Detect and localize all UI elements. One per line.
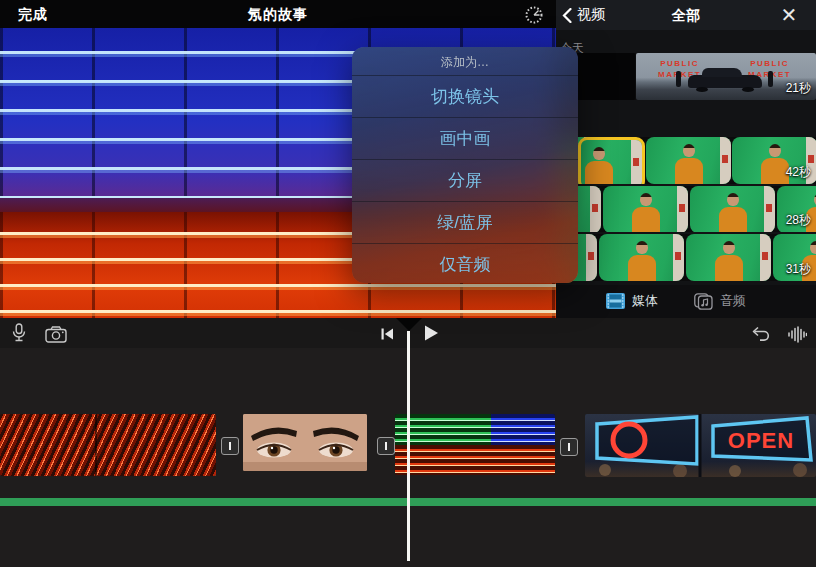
- clip-duration: 21秒: [786, 80, 811, 97]
- undo-icon[interactable]: [749, 323, 771, 345]
- menu-item-green-blue-screen[interactable]: 绿/蓝屏: [352, 201, 578, 243]
- tab-audio-label: 音频: [720, 292, 746, 310]
- menu-item-picture-in-picture[interactable]: 画中画: [352, 117, 578, 159]
- filmstrip-icon: [606, 293, 625, 309]
- imovie-app: 氖的故事 完成 添加为… 切换镜头 画中画 分屏 绿/蓝屏 仅音频 视频 全部 …: [0, 0, 816, 567]
- panel-header: 视频 全部 ✕: [556, 0, 816, 30]
- thumbnail-dark-frame: [576, 53, 635, 100]
- playhead-notch: [396, 318, 422, 331]
- menu-item-split-screen[interactable]: 分屏: [352, 159, 578, 201]
- music-note-icon: [694, 293, 713, 310]
- microphone-icon[interactable]: [8, 322, 30, 344]
- page-title: 氖的故事: [0, 6, 556, 24]
- transition-button[interactable]: [221, 437, 239, 455]
- rgb-neon-tubes-clip[interactable]: [395, 414, 555, 475]
- playhead-line: [407, 331, 410, 561]
- close-icon[interactable]: ✕: [776, 2, 802, 28]
- menu-item-audio-only[interactable]: 仅音频: [352, 243, 578, 283]
- clip-duration: 31秒: [786, 261, 811, 278]
- video-row-green-screen-2[interactable]: 28秒: [556, 186, 816, 232]
- pedestrian-silhouette: [768, 71, 773, 87]
- eyes-closeup-clip[interactable]: [243, 414, 367, 471]
- tab-audio[interactable]: 音频: [694, 292, 746, 310]
- video-row-green-screen-1[interactable]: 42秒: [556, 137, 816, 184]
- open-sign-text: OPEN: [728, 428, 794, 453]
- clip-duration: 42秒: [786, 164, 811, 181]
- play-icon[interactable]: [420, 322, 442, 344]
- video-row-public-market[interactable]: PUBLIC MARKET PUBLIC MARKET 21秒: [556, 53, 816, 100]
- tab-media-label: 媒体: [632, 292, 658, 310]
- selected-thumbnail[interactable]: [578, 137, 645, 184]
- car-silhouette: [688, 75, 762, 88]
- popup-header: 添加为…: [352, 47, 578, 75]
- waveform-icon[interactable]: [786, 323, 808, 345]
- transition-button[interactable]: [560, 438, 578, 456]
- camera-icon[interactable]: [45, 323, 67, 345]
- tab-media[interactable]: 媒体: [606, 292, 658, 310]
- panel-tab-bar: 媒体 音频: [556, 285, 816, 318]
- done-button[interactable]: 完成: [18, 6, 48, 24]
- video-row-green-screen-3[interactable]: 31秒: [556, 234, 816, 281]
- transition-button[interactable]: [377, 437, 395, 455]
- red-neon-stripes-clip[interactable]: [0, 414, 216, 476]
- top-bar: 氖的故事 完成: [0, 0, 556, 28]
- pedestrian-silhouette: [676, 71, 681, 87]
- add-as-popup: 添加为… 切换镜头 画中画 分屏 绿/蓝屏 仅音频: [352, 47, 578, 283]
- open-sign-clip[interactable]: OPEN: [585, 414, 816, 477]
- skip-to-start-icon[interactable]: [376, 323, 398, 345]
- clip-duration: 28秒: [786, 212, 811, 229]
- menu-item-cutaway[interactable]: 切换镜头: [352, 75, 578, 117]
- media-browser-panel: 视频 全部 ✕ 今天 PUBLIC MARKET PUBLIC MARKET: [556, 0, 816, 318]
- settings-gear-icon[interactable]: [524, 5, 544, 25]
